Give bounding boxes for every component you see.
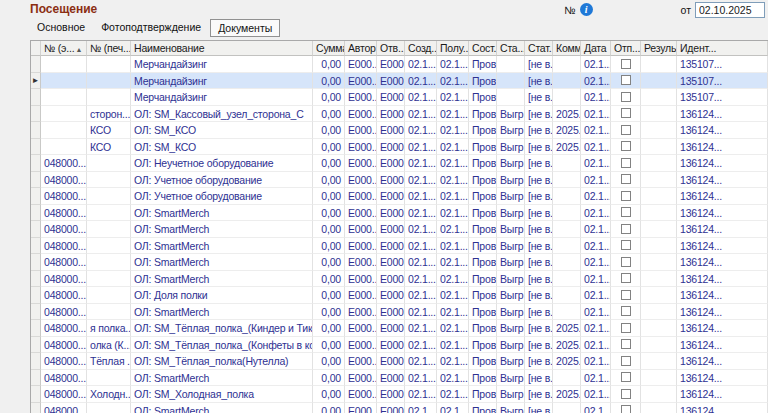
table-row[interactable]: 048000...ОЛ: Учетное оборудование0,00Е00…	[31, 188, 768, 205]
cell-sent[interactable]	[611, 205, 641, 222]
cell-received[interactable]: 02.1...	[437, 188, 469, 205]
table-row[interactable]: 048000...ОЛ: SmartMerch0,00Е000...Е000..…	[31, 271, 768, 288]
cell-result[interactable]	[641, 73, 677, 90]
cell-sum[interactable]: 0,00	[313, 403, 345, 413]
cell-sum[interactable]: 0,00	[313, 139, 345, 156]
cell-resp[interactable]: Е000...	[377, 386, 405, 403]
cell-num_p[interactable]	[87, 172, 131, 189]
cell-ident[interactable]: 135107...	[677, 56, 768, 73]
cell-sent[interactable]	[611, 337, 641, 354]
cell-sum[interactable]: 0,00	[313, 353, 345, 370]
cell-received[interactable]: 02.1...	[437, 386, 469, 403]
cell-result[interactable]	[641, 271, 677, 288]
cell-sent[interactable]	[611, 304, 641, 321]
sent-checkbox[interactable]	[621, 191, 631, 201]
cell-date[interactable]: 02.1...	[581, 172, 611, 189]
cell-resp[interactable]: Е000...	[377, 56, 405, 73]
cell-sum[interactable]: 0,00	[313, 287, 345, 304]
cell-author[interactable]: Е000...	[345, 155, 377, 172]
cell-result[interactable]	[641, 221, 677, 238]
cell-result[interactable]	[641, 122, 677, 139]
cell-status1[interactable]: Выгр...	[497, 106, 525, 123]
sent-checkbox[interactable]	[621, 174, 631, 184]
cell-status1[interactable]: Выгр...	[497, 287, 525, 304]
cell-author[interactable]: Е000...	[345, 106, 377, 123]
cell-ident[interactable]: 136124...	[677, 320, 768, 337]
cell-resp[interactable]: Е000...	[377, 271, 405, 288]
cell-status2[interactable]: [не в...	[525, 89, 553, 106]
cell-received[interactable]: 02.1...	[437, 370, 469, 387]
cell-resp[interactable]: Е000...	[377, 221, 405, 238]
cell-name[interactable]: ОЛ: SmartMerch	[131, 254, 313, 271]
cell-sent[interactable]	[611, 172, 641, 189]
cell-comment[interactable]: 2025...	[553, 106, 581, 123]
cell-created[interactable]: 02.1...	[405, 238, 437, 255]
cell-author[interactable]: Е000...	[345, 172, 377, 189]
sent-checkbox[interactable]	[621, 405, 631, 413]
cell-num_p[interactable]: КСО	[87, 139, 131, 156]
cell-status1[interactable]	[497, 89, 525, 106]
cell-state[interactable]: Пров...	[469, 370, 497, 387]
column-header[interactable]: Созд...	[405, 41, 437, 56]
cell-result[interactable]	[641, 304, 677, 321]
cell-status2[interactable]: [не в...	[525, 122, 553, 139]
cell-resp[interactable]: Е000...	[377, 370, 405, 387]
column-header[interactable]: Стат...	[525, 41, 553, 56]
cell-num_e[interactable]	[41, 106, 87, 123]
cell-num_e[interactable]: 048000...	[41, 155, 87, 172]
cell-result[interactable]	[641, 370, 677, 387]
sent-checkbox[interactable]	[621, 290, 631, 300]
cell-status2[interactable]: [не в...	[525, 139, 553, 156]
cell-status2[interactable]: [не в...	[525, 254, 553, 271]
cell-sent[interactable]	[611, 139, 641, 156]
cell-received[interactable]: 02.1...	[437, 403, 469, 413]
table-row[interactable]: Мерчандайзинг0,00Е000...Е000...02.1...02…	[31, 56, 768, 73]
cell-name[interactable]: Мерчандайзинг	[131, 73, 313, 90]
cell-created[interactable]: 02.1...	[405, 155, 437, 172]
cell-author[interactable]: Е000...	[345, 122, 377, 139]
cell-state[interactable]: Пров...	[469, 205, 497, 222]
cell-state[interactable]: Пров...	[469, 139, 497, 156]
cell-num_e[interactable]: 048000...	[41, 172, 87, 189]
cell-num_p[interactable]	[87, 56, 131, 73]
cell-num_e[interactable]: 048000...	[41, 320, 87, 337]
cell-name[interactable]: ОЛ: Учетное оборудование	[131, 172, 313, 189]
sent-checkbox[interactable]	[621, 273, 631, 283]
cell-created[interactable]: 02.1...	[405, 172, 437, 189]
cell-num_p[interactable]: Тёплая ...	[87, 353, 131, 370]
cell-sum[interactable]: 0,00	[313, 56, 345, 73]
cell-comment[interactable]	[553, 89, 581, 106]
cell-date[interactable]: 02.1...	[581, 403, 611, 413]
cell-num_e[interactable]	[41, 139, 87, 156]
cell-num_e[interactable]: 048000...	[41, 271, 87, 288]
cell-num_e[interactable]: 048000...	[41, 337, 87, 354]
cell-num_e[interactable]: 048000...	[41, 188, 87, 205]
cell-date[interactable]: 02.1...	[581, 155, 611, 172]
cell-date[interactable]: 02.1...	[581, 287, 611, 304]
cell-received[interactable]: 02.1...	[437, 337, 469, 354]
cell-num_e[interactable]: 048000...	[41, 238, 87, 255]
cell-sum[interactable]: 0,00	[313, 386, 345, 403]
cell-comment[interactable]: 2025...	[553, 353, 581, 370]
cell-ident[interactable]: 136124...	[677, 353, 768, 370]
column-header[interactable]: Полу...	[437, 41, 469, 56]
cell-ident[interactable]: 136124...	[677, 139, 768, 156]
cell-sent[interactable]	[611, 320, 641, 337]
table-row[interactable]: 048000...ОЛ: Учетное оборудование0,00Е00…	[31, 172, 768, 189]
cell-status2[interactable]: [не в...	[525, 271, 553, 288]
cell-comment[interactable]: 2025...	[553, 337, 581, 354]
cell-author[interactable]: Е000...	[345, 89, 377, 106]
cell-status2[interactable]: [не в...	[525, 238, 553, 255]
cell-received[interactable]: 02.1...	[437, 89, 469, 106]
cell-status1[interactable]: Выгр...	[497, 370, 525, 387]
cell-date[interactable]: 02.1...	[581, 221, 611, 238]
cell-sum[interactable]: 0,00	[313, 188, 345, 205]
cell-author[interactable]: Е000...	[345, 271, 377, 288]
cell-state[interactable]: Пров...	[469, 386, 497, 403]
cell-sent[interactable]	[611, 56, 641, 73]
cell-created[interactable]: 02.1...	[405, 386, 437, 403]
cell-ident[interactable]: 136124...	[677, 271, 768, 288]
cell-received[interactable]: 02.1...	[437, 271, 469, 288]
cell-num_p[interactable]	[87, 370, 131, 387]
cell-ident[interactable]: 135107...	[677, 89, 768, 106]
